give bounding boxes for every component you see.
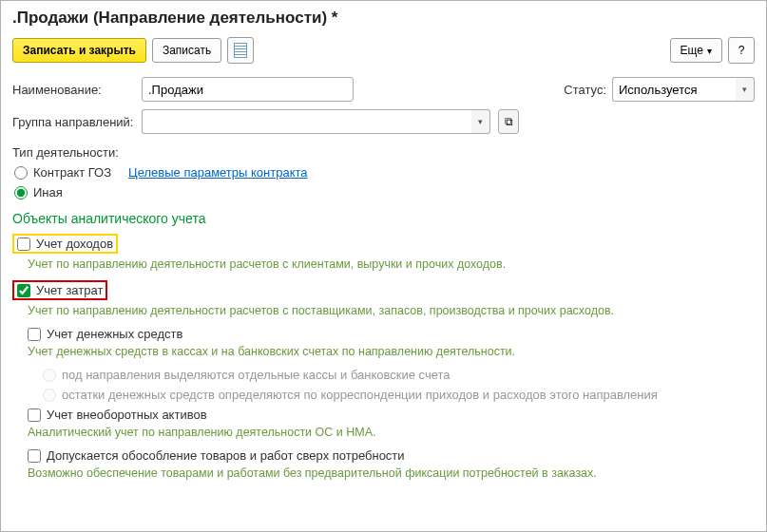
list-button[interactable]	[227, 37, 254, 64]
money-desc: Учет денежных средств в кассах и на банк…	[28, 345, 755, 358]
group-open-button[interactable]	[498, 109, 519, 134]
name-input[interactable]	[142, 77, 354, 102]
cost-desc: Учет по направлению деятельности расчето…	[28, 304, 755, 317]
help-button[interactable]: ?	[728, 37, 755, 64]
income-highlight: Учет доходов	[12, 234, 118, 254]
assets-desc: Аналитический учет по направлению деятел…	[28, 426, 755, 439]
save-button[interactable]: Записать	[152, 38, 221, 63]
goods-label: Допускается обособление товаров и работ …	[47, 448, 405, 463]
group-dropdown-button[interactable]: ▾	[471, 109, 490, 134]
income-checkbox[interactable]	[17, 238, 30, 251]
goods-checkbox[interactable]	[28, 449, 41, 463]
list-icon	[234, 43, 247, 58]
group-input[interactable]	[142, 109, 471, 134]
type-label: Тип деятельности:	[12, 145, 755, 160]
goz-params-link[interactable]: Целевые параметры контракта	[128, 165, 307, 180]
status-select[interactable]	[612, 77, 736, 102]
money-label: Учет денежных средств	[47, 327, 182, 341]
money-checkbox[interactable]	[28, 328, 41, 341]
type-goz-label: Контракт ГОЗ	[33, 165, 111, 180]
type-goz-radio[interactable]	[14, 166, 28, 180]
assets-label: Учет внеоборотных активов	[47, 408, 207, 422]
income-label: Учет доходов	[36, 237, 113, 251]
name-label: Наименование:	[12, 83, 136, 97]
cost-highlight: Учет затрат	[12, 280, 107, 300]
cost-label: Учет затрат	[36, 283, 103, 297]
money-sub1-radio	[43, 369, 56, 382]
goods-desc: Возможно обеспечение товарами и работами…	[28, 466, 755, 480]
money-sub2-label: остатки денежных средств определяются по…	[62, 388, 658, 402]
more-button[interactable]: Еще	[670, 38, 722, 63]
assets-checkbox[interactable]	[28, 408, 41, 422]
toolbar: Записать и закрыть Записать Еще ?	[12, 37, 755, 64]
type-other-label: Иная	[33, 185, 63, 200]
analytics-section-title: Объекты аналитического учета	[12, 211, 755, 226]
cost-checkbox[interactable]	[17, 284, 30, 297]
save-close-button[interactable]: Записать и закрыть	[12, 38, 146, 63]
type-other-radio[interactable]	[14, 186, 28, 200]
income-desc: Учет по направлению деятельности расчето…	[28, 257, 755, 271]
money-sub1-label: под направления выделяются отдельные кас…	[62, 368, 451, 382]
status-dropdown-button[interactable]: ▾	[736, 77, 755, 102]
money-sub2-radio	[43, 389, 56, 402]
group-label: Группа направлений:	[12, 115, 136, 129]
page-title: .Продажи (Направление деятельности) *	[12, 9, 755, 28]
status-label: Статус:	[564, 83, 606, 97]
